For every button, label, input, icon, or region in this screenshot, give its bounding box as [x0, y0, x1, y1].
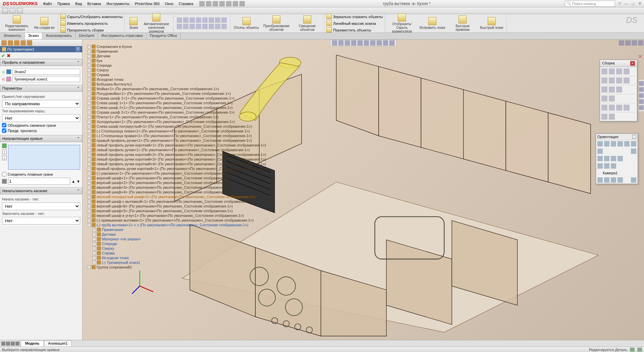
spline-tool-icon[interactable]: [202, 17, 208, 23]
tool-icon[interactable]: [215, 24, 220, 29]
close-icon[interactable]: ×: [630, 61, 635, 66]
circle-tool-icon[interactable]: [190, 17, 195, 23]
left-view-icon[interactable]: [611, 156, 616, 161]
section-parameters[interactable]: Параметры⌃: [0, 85, 82, 92]
tool-icon[interactable]: [190, 24, 195, 29]
bottom-view-icon[interactable]: [604, 163, 609, 169]
qa-icon[interactable]: [9, 8, 15, 13]
back-view-icon[interactable]: [604, 156, 609, 161]
assembly-tool-icon[interactable]: [616, 105, 622, 111]
tab-features[interactable]: Элементы: [0, 33, 25, 39]
tab-first-icon[interactable]: [1, 342, 5, 346]
section-guide-curves[interactable]: Направляющие кривые⌃: [0, 135, 82, 142]
repair-sketch-button[interactable]: Исправить эскиз: [418, 16, 446, 30]
viewport-icon[interactable]: [619, 40, 624, 46]
assembly-tool-icon[interactable]: [601, 77, 607, 83]
rapid-sketch-button[interactable]: Быстрый эскиз: [479, 16, 504, 30]
viewport-icon[interactable]: [625, 40, 631, 46]
normal-to-icon[interactable]: [611, 163, 616, 169]
propertymanager-tab-icon[interactable]: [8, 40, 13, 46]
menu-file[interactable]: Файл: [40, 1, 55, 7]
featuremanager-tab-icon[interactable]: [1, 40, 7, 46]
assembly-tool-icon[interactable]: [616, 86, 622, 93]
side-icon[interactable]: [639, 87, 644, 92]
edit-appearance-icon[interactable]: [377, 40, 382, 46]
tool-icon[interactable]: [202, 24, 208, 29]
section-view-icon[interactable]: [351, 40, 357, 46]
options-icon[interactable]: [239, 1, 245, 6]
tab-analyze[interactable]: Анализировать: [42, 33, 75, 39]
qa-icon[interactable]: [17, 8, 23, 13]
change-transparency[interactable]: Изменить прозрачность: [60, 20, 108, 26]
no-create-button[interactable]: Не создав вн: [33, 16, 56, 30]
side-icon[interactable]: [639, 105, 644, 110]
point-tool-icon[interactable]: [221, 17, 227, 23]
assembly-tool-icon[interactable]: [624, 68, 630, 74]
assembly-tool-icon[interactable]: [601, 86, 607, 93]
camera-item[interactable]: Камера1: [597, 170, 636, 176]
side-icon[interactable]: [639, 99, 644, 104]
zoom-fit-icon[interactable]: [332, 40, 337, 46]
ok-button[interactable]: ✔: [1, 53, 5, 58]
menu-photoview[interactable]: PhotoView 360: [132, 1, 162, 7]
tab-dimxpert[interactable]: DimXpert: [75, 33, 98, 39]
help-icon[interactable]: ?: [75, 47, 80, 52]
assembly-tool-icon[interactable]: [609, 114, 615, 120]
cancel-button[interactable]: ✖: [7, 53, 11, 58]
maximize-icon[interactable]: □: [630, 1, 636, 6]
rect-tool-icon[interactable]: [183, 17, 189, 23]
assembly-tool-icon[interactable]: [609, 105, 615, 111]
viewport-icon[interactable]: [638, 40, 643, 46]
menu-edit[interactable]: Правка: [55, 1, 72, 7]
start-tangent-select[interactable]: Нет: [2, 202, 80, 210]
zoom-area-icon[interactable]: [338, 40, 344, 46]
spin-down[interactable]: ▼: [76, 179, 80, 183]
assembly-tool-icon[interactable]: [601, 68, 607, 74]
assembly-tool-icon[interactable]: [601, 96, 607, 102]
move-up-icon[interactable]: ↑: [2, 150, 7, 154]
apply-scene-icon[interactable]: [383, 40, 388, 46]
move-down-icon[interactable]: ↓: [2, 156, 7, 160]
side-icon[interactable]: [639, 81, 644, 86]
tool-icon[interactable]: [221, 24, 227, 29]
tab-prev-icon[interactable]: [6, 342, 10, 346]
menu-tools[interactable]: Инструменты: [104, 1, 132, 7]
assembly-tool-icon[interactable]: [609, 86, 615, 93]
section-profile-direction[interactable]: Профиль и направление⌃: [0, 59, 82, 66]
save-icon[interactable]: [213, 1, 218, 6]
align-select[interactable]: Нет: [2, 114, 80, 122]
spin-input[interactable]: [8, 178, 70, 185]
two-view-v-icon[interactable]: [611, 177, 616, 183]
move-entities-button[interactable]: Переместить объекты: [326, 27, 371, 33]
assembly-tool-icon[interactable]: [624, 105, 630, 111]
assembly-tool-icon[interactable]: [624, 77, 630, 83]
assembly-tool-icon[interactable]: [616, 77, 622, 83]
convert-button[interactable]: Преобразование объектов: [262, 15, 291, 32]
viewport-icon[interactable]: [632, 40, 637, 46]
front-view-icon[interactable]: [597, 156, 603, 161]
assembly-tool-icon[interactable]: [609, 77, 615, 83]
exit-sketch-icon[interactable]: ✕: [638, 53, 643, 60]
orient-icon[interactable]: [631, 141, 636, 146]
merge-smooth-checkbox[interactable]: [2, 172, 6, 176]
orient-icon[interactable]: [631, 149, 636, 154]
line-tool-icon[interactable]: [177, 17, 182, 23]
two-view-h-icon[interactable]: [604, 177, 609, 183]
merge-faces-checkbox[interactable]: [2, 123, 6, 127]
preview-checkbox[interactable]: [2, 128, 6, 133]
print-icon[interactable]: [219, 1, 225, 6]
fillet-tool-icon[interactable]: [215, 17, 220, 23]
orient-icon[interactable]: [611, 141, 616, 146]
hide-show-icon[interactable]: [370, 40, 376, 46]
new-icon[interactable]: [199, 1, 205, 6]
qa-icon[interactable]: [2, 8, 8, 13]
menu-insert[interactable]: Вставка: [85, 1, 104, 7]
tab-office[interactable]: Продукты Office: [147, 33, 181, 39]
iso-view-icon[interactable]: [597, 149, 603, 154]
undo-icon[interactable]: [226, 1, 231, 6]
redo-icon[interactable]: [233, 1, 238, 6]
trim-button[interactable]: Отсечь объекты: [232, 16, 260, 30]
display-style-icon[interactable]: [364, 40, 369, 46]
assembly-tool-icon[interactable]: [601, 105, 607, 111]
side-icon[interactable]: [639, 93, 644, 98]
